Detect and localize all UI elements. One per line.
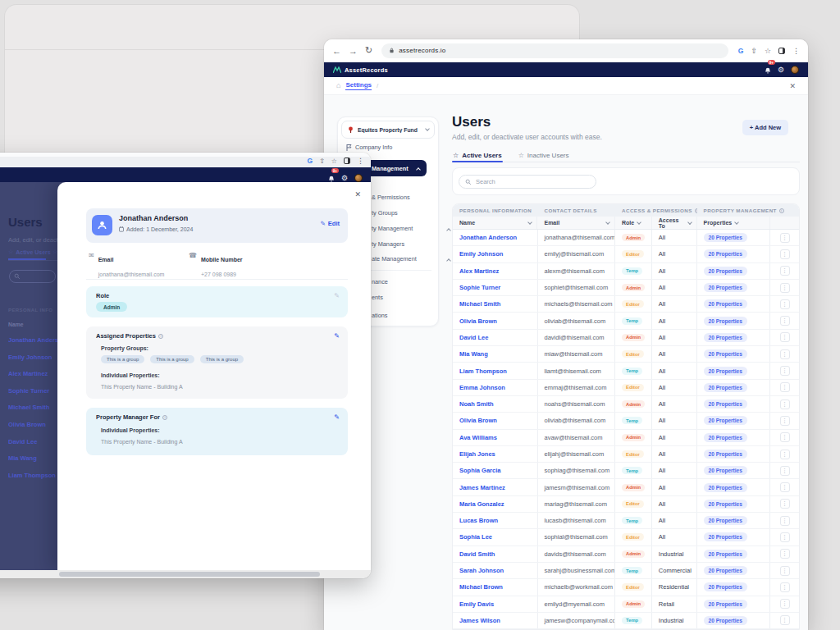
user-name-link[interactable]: Noah Smith — [459, 400, 494, 408]
table-row[interactable]: Sophia Lee sophial@thisemail.com Editor … — [453, 529, 799, 546]
modal-close-button[interactable]: ✕ — [354, 190, 361, 199]
properties-pill[interactable]: 20 Properties — [704, 299, 747, 308]
sidebar-item-estate-management[interactable]: ate Management — [372, 255, 417, 262]
sidebar-item-property-management[interactable]: ty Management — [372, 225, 413, 232]
properties-pill[interactable]: 20 Properties — [704, 616, 747, 625]
brand[interactable]: AssetRecords — [333, 66, 388, 74]
user-name-link[interactable]: Emma Johnson — [459, 384, 505, 391]
properties-pill[interactable]: 20 Properties — [704, 433, 747, 442]
breadcrumb-settings[interactable]: Settings — [345, 81, 372, 91]
table-row[interactable]: Noah Smith noahs@thisemail.com Admin All… — [453, 396, 799, 413]
column-name[interactable]: Name — [453, 217, 537, 229]
user-name-link[interactable]: Olivia Brown — [459, 317, 497, 325]
add-new-button[interactable]: + Add New — [742, 120, 788, 135]
properties-pill[interactable]: 20 Properties — [704, 349, 747, 358]
tab-active-users[interactable]: ☆Active Users — [452, 148, 503, 162]
properties-pill[interactable]: 20 Properties — [704, 399, 747, 409]
user-name-link[interactable]: James Wilson — [459, 617, 500, 624]
settings-gear-icon[interactable]: ⚙ — [778, 66, 784, 74]
row-menu-button[interactable]: ⋮ — [780, 416, 790, 426]
row-menu-button[interactable]: ⋮ — [780, 283, 790, 293]
sidebar-item-property-groups[interactable]: ty Groups — [372, 209, 398, 217]
settings-gear-icon[interactable]: ⚙ — [341, 175, 348, 182]
table-row[interactable]: David Smith davids@thisemail.com Admin I… — [453, 546, 799, 563]
user-name-link[interactable]: Maria Gonzalez — [459, 500, 504, 508]
table-row[interactable]: James Martinez jamesm@thisemail.com Admi… — [453, 479, 799, 495]
row-menu-button[interactable]: ⋮ — [780, 482, 790, 492]
properties-pill[interactable]: 20 Properties — [704, 383, 747, 392]
table-row[interactable]: James Wilson jamesw@companymail.com Temp… — [453, 613, 799, 629]
user-name-link[interactable]: Sarah Johnson — [459, 567, 504, 574]
user-name-link[interactable]: Sophia Garcia — [459, 467, 500, 474]
fund-selector[interactable]: Equites Property Fund — [341, 121, 435, 139]
table-row[interactable]: Maria Gonzalez mariag@thisemail.com Edit… — [453, 496, 799, 513]
page-close-button[interactable]: ✕ — [789, 82, 796, 90]
user-name-link[interactable]: Emily Davis — [459, 600, 494, 608]
row-menu-button[interactable]: ⋮ — [780, 450, 790, 459]
properties-pill[interactable]: 20 Properties — [704, 333, 747, 342]
table-row[interactable]: Sophia Garcia sophiag@thisemail.com Temp… — [453, 463, 799, 479]
properties-pill[interactable]: 20 Properties — [704, 283, 747, 292]
row-menu-button[interactable]: ⋮ — [780, 382, 790, 392]
user-name-link[interactable]: Ava Williams — [459, 434, 497, 441]
table-row[interactable]: Emily Johnson emilyj@thisemail.com Edito… — [453, 246, 799, 262]
row-menu-button[interactable]: ⋮ — [780, 599, 790, 609]
properties-pill[interactable]: 20 Properties — [704, 532, 747, 541]
column-access-to[interactable]: Access To — [652, 217, 697, 229]
user-name-link[interactable]: David Smith — [459, 550, 495, 558]
user-name-link[interactable]: Mia Wang — [459, 350, 488, 358]
row-menu-button[interactable]: ⋮ — [780, 582, 790, 592]
share-icon[interactable]: ⇧ — [319, 158, 325, 165]
properties-pill[interactable]: 20 Properties — [704, 450, 747, 459]
table-row[interactable]: Michael Smith michaels@thisemail.com Edi… — [453, 296, 799, 313]
properties-pill[interactable]: 20 Properties — [704, 550, 747, 559]
row-menu-button[interactable]: ⋮ — [780, 516, 790, 526]
user-name-link[interactable]: David Lee — [459, 334, 488, 341]
properties-pill[interactable]: 20 Properties — [704, 249, 747, 258]
user-name-link[interactable]: Lucas Brown — [459, 517, 498, 524]
sidebar-item-operations[interactable]: ations — [372, 312, 387, 319]
row-menu-button[interactable]: ⋮ — [780, 266, 790, 276]
user-name-link[interactable]: Michael Smith — [459, 300, 500, 308]
row-menu-button[interactable]: ⋮ — [780, 299, 790, 309]
forward-icon[interactable]: → — [349, 46, 358, 56]
row-menu-button[interactable]: ⋮ — [780, 332, 790, 342]
reload-icon[interactable]: ↻ — [365, 45, 372, 56]
properties-pill[interactable]: 20 Properties — [704, 500, 747, 509]
properties-pill[interactable]: 20 Properties — [704, 416, 747, 425]
edit-user-button[interactable]: ✎Edit — [321, 220, 340, 227]
horizontal-scrollbar[interactable] — [59, 572, 320, 577]
user-name-link[interactable]: Liam Thompson — [459, 368, 507, 375]
google-icon[interactable]: G — [738, 47, 744, 55]
row-menu-button[interactable]: ⋮ — [780, 549, 790, 559]
column-properties[interactable]: Properties — [697, 217, 771, 229]
table-row[interactable]: Olivia Brown oliviab@thisemail.com Temp … — [453, 313, 799, 329]
column-role[interactable]: Role — [615, 217, 652, 229]
properties-pill[interactable]: 20 Properties — [704, 233, 747, 242]
table-row[interactable]: David Lee davidl@thisemail.com Admin All… — [453, 330, 799, 346]
properties-pill[interactable]: 20 Properties — [704, 483, 747, 492]
side-panel-icon[interactable] — [344, 158, 350, 164]
table-row[interactable]: Emma Johnson emmaj@thisemail.com Editor … — [453, 380, 799, 396]
share-icon[interactable]: ⇧ — [751, 47, 757, 55]
user-name-link[interactable]: Michael Brown — [459, 583, 503, 591]
table-row[interactable]: Elijah Jones elijahj@thisemail.com Edito… — [453, 446, 799, 463]
pencil-icon[interactable]: ✎ — [334, 413, 340, 421]
sidebar-item-finance[interactable]: nance — [372, 278, 388, 285]
info-icon[interactable]: i — [779, 208, 784, 213]
sidebar-item-documents[interactable]: ents — [372, 294, 383, 301]
browser-menu-icon[interactable]: ⋮ — [792, 47, 800, 55]
properties-pill[interactable]: 20 Properties — [704, 267, 747, 276]
properties-pill[interactable]: 20 Properties — [704, 582, 747, 591]
table-row[interactable]: Liam Thompson liamt@thisemail.com Temp A… — [453, 363, 799, 379]
row-menu-button[interactable]: ⋮ — [780, 615, 790, 625]
table-row[interactable]: Sarah Johnson sarahj@businessmail.com Te… — [453, 563, 799, 579]
tab-inactive-users[interactable]: ☆Inactive Users — [518, 148, 570, 162]
user-avatar[interactable] — [354, 174, 363, 182]
info-icon[interactable]: i — [158, 334, 163, 339]
row-menu-button[interactable]: ⋮ — [780, 432, 790, 442]
properties-pill[interactable]: 20 Properties — [704, 600, 747, 609]
properties-pill[interactable]: 20 Properties — [704, 466, 747, 475]
column-email[interactable]: Email — [537, 217, 615, 229]
sidebar-item-company-info[interactable]: Company Info — [346, 144, 392, 151]
